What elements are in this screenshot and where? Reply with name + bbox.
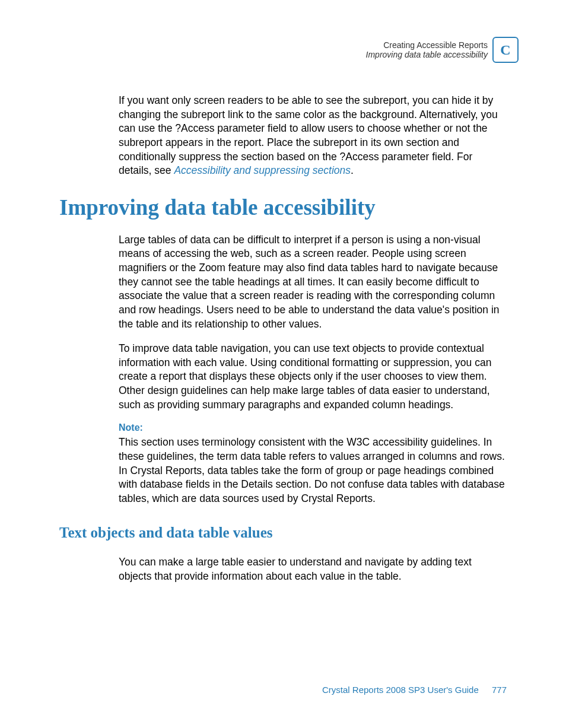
header-section-title: Improving data table accessibility [366,50,488,59]
paragraph-1: Large tables of data can be difficult to… [119,233,507,331]
footer-guide-title: Crystal Reports 2008 SP3 User's Guide [322,685,479,695]
accessibility-sections-link[interactable]: Accessibility and suppressing sections [174,164,351,176]
appendix-letter: C [500,42,510,58]
appendix-badge: C [492,37,519,63]
main-heading: Improving data table accessibility [59,195,507,220]
paragraph-2: To improve data table navigation, you ca… [119,342,507,412]
footer-page-number: 777 [492,685,507,695]
paragraph-3: You can make a large table easier to und… [119,555,507,583]
intro-paragraph: If you want only screen readers to be ab… [119,94,507,178]
note-text: This section uses terminology consistent… [119,435,507,506]
page-footer: Crystal Reports 2008 SP3 User's Guide 77… [322,685,507,695]
header-chapter-title: Creating Accessible Reports [366,40,488,50]
note-label: Note: [119,422,507,433]
sub-heading: Text objects and data table values [59,524,507,541]
page-header: Creating Accessible Reports Improving da… [366,37,519,63]
header-text-block: Creating Accessible Reports Improving da… [366,40,488,59]
page-content: If you want only screen readers to be ab… [59,94,507,595]
intro-text-after: . [351,164,354,176]
